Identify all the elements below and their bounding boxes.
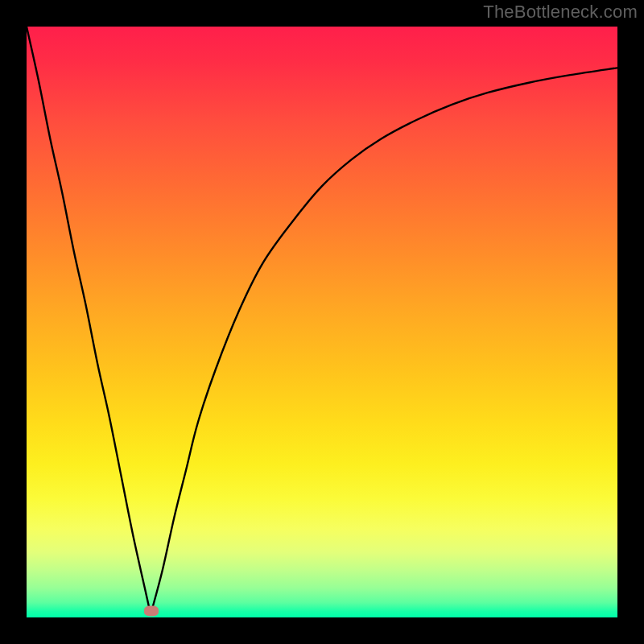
chart-canvas: TheBottleneck.com (0, 0, 644, 644)
plot-area (27, 27, 617, 617)
vertex-marker (144, 605, 159, 616)
watermark-text: TheBottleneck.com (483, 2, 638, 23)
bottleneck-curve-right (151, 68, 617, 614)
bottleneck-curve-left (27, 27, 151, 614)
curve-layer (27, 27, 617, 617)
